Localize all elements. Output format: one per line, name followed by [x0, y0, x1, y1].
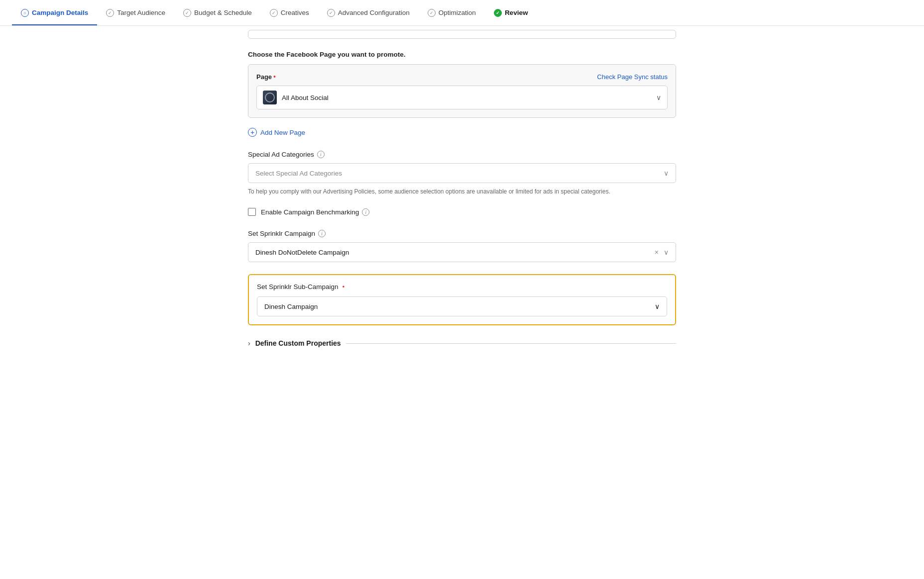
nav-label-optimization: Optimization: [439, 9, 476, 16]
nav-label-campaign-details: Campaign Details: [32, 9, 88, 16]
navigation-bar: ○ Campaign Details ✓ Target Audience ✓ B…: [0, 0, 924, 26]
nav-item-campaign-details[interactable]: ○ Campaign Details: [12, 0, 97, 25]
page-row-header: Page• Check Page Sync status: [256, 73, 668, 81]
facebook-page-prompt: Choose the Facebook Page you want to pro…: [248, 51, 676, 58]
check-page-sync-link[interactable]: Check Page Sync status: [597, 73, 668, 81]
nav-label-target-audience: Target Audience: [117, 9, 165, 16]
sprinklr-campaign-controls: × ∨: [655, 248, 669, 256]
nav-item-advanced-configuration[interactable]: ✓ Advanced Configuration: [318, 0, 419, 25]
nav-item-budget-schedule[interactable]: ✓ Budget & Schedule: [174, 0, 261, 25]
special-ad-chevron-icon: ∨: [664, 169, 669, 177]
special-ad-info-icon[interactable]: i: [317, 151, 325, 158]
benchmarking-label-text: Enable Campaign Benchmarking: [261, 208, 359, 216]
sub-campaign-value: Dinesh Campaign: [264, 303, 318, 310]
sprinklr-sub-campaign-section: Set Sprinklr Sub-Campaign • Dinesh Campa…: [248, 274, 676, 325]
benchmarking-checkbox[interactable]: [248, 208, 256, 216]
sub-campaign-required-indicator: •: [343, 283, 345, 290]
review-check-icon: ✓: [494, 9, 502, 17]
facebook-page-section: Choose the Facebook Page you want to pro…: [248, 51, 676, 118]
creatives-check-icon: ✓: [270, 9, 278, 17]
define-custom-label: Define Custom Properties: [255, 339, 341, 347]
page-dropdown-chevron-icon: ∨: [656, 94, 661, 101]
benchmarking-label: Enable Campaign Benchmarking i: [261, 208, 369, 216]
special-ad-label: Special Ad Categories i: [248, 151, 676, 158]
sprinklr-campaign-chevron-icon: ∨: [664, 248, 669, 256]
nav-item-review[interactable]: ✓ Review: [485, 0, 537, 25]
nav-label-creatives: Creatives: [281, 9, 309, 16]
page-avatar-image: [263, 91, 277, 104]
nav-item-target-audience[interactable]: ✓ Target Audience: [97, 0, 174, 25]
sub-campaign-label: Set Sprinklr Sub-Campaign •: [257, 283, 667, 290]
nav-label-advanced-configuration: Advanced Configuration: [338, 9, 410, 16]
page-dropdown-left: All About Social: [263, 91, 329, 104]
nav-item-creatives[interactable]: ✓ Creatives: [261, 0, 318, 25]
page-avatar: [263, 91, 277, 104]
page-dropdown[interactable]: All About Social ∨: [256, 86, 668, 109]
sprinklr-campaign-info-icon[interactable]: i: [318, 230, 326, 237]
sprinklr-campaign-value: Dinesh DoNotDelete Campaign: [255, 249, 349, 256]
page-label-text: Page: [256, 73, 272, 81]
special-ad-hint: To help you comply with our Advertising …: [248, 187, 676, 196]
add-new-page-label: Add New Page: [260, 129, 305, 136]
campaign-details-check-icon: ○: [21, 9, 29, 17]
sprinklr-campaign-label-text: Set Sprinklr Campaign: [248, 230, 315, 237]
benchmarking-row: Enable Campaign Benchmarking i: [248, 208, 676, 216]
sub-campaign-label-text: Set Sprinklr Sub-Campaign: [257, 283, 339, 290]
sprinklr-campaign-clear-icon[interactable]: ×: [655, 248, 659, 256]
sub-campaign-chevron-icon: ∨: [655, 302, 660, 310]
benchmarking-info-icon[interactable]: i: [362, 208, 369, 216]
special-ad-label-text: Special Ad Categories: [248, 151, 314, 158]
optimization-check-icon: ✓: [428, 9, 436, 17]
special-ad-select[interactable]: Select Special Ad Categories ∨: [248, 163, 676, 183]
define-custom-divider: [346, 343, 676, 344]
page-field-label: Page•: [256, 73, 276, 81]
special-ad-placeholder: Select Special Ad Categories: [255, 170, 342, 177]
define-custom-chevron-icon: ›: [248, 339, 250, 347]
sub-campaign-dropdown[interactable]: Dinesh Campaign ∨: [257, 296, 667, 316]
advanced-config-check-icon: ✓: [327, 9, 335, 17]
page-required-indicator: •: [273, 73, 276, 81]
add-new-page-plus-icon: +: [248, 128, 257, 137]
nav-label-review: Review: [505, 9, 528, 16]
main-content: Choose the Facebook Page you want to pro…: [238, 30, 686, 367]
special-ad-categories-section: Special Ad Categories i Select Special A…: [248, 151, 676, 196]
add-new-page-button[interactable]: + Add New Page: [248, 128, 676, 137]
budget-schedule-check-icon: ✓: [183, 9, 191, 17]
scrolled-top-box: [248, 30, 676, 39]
sprinklr-campaign-section: Set Sprinklr Campaign i Dinesh DoNotDele…: [248, 230, 676, 262]
nav-item-optimization[interactable]: ✓ Optimization: [419, 0, 485, 25]
nav-label-budget-schedule: Budget & Schedule: [194, 9, 252, 16]
page-outer-box: Page• Check Page Sync status All About S…: [248, 64, 676, 118]
page-selected-name: All About Social: [282, 94, 329, 101]
target-audience-check-icon: ✓: [106, 9, 114, 17]
sprinklr-campaign-label: Set Sprinklr Campaign i: [248, 230, 676, 237]
sprinklr-campaign-dropdown[interactable]: Dinesh DoNotDelete Campaign × ∨: [248, 242, 676, 262]
define-custom-properties-section[interactable]: › Define Custom Properties: [248, 339, 676, 347]
